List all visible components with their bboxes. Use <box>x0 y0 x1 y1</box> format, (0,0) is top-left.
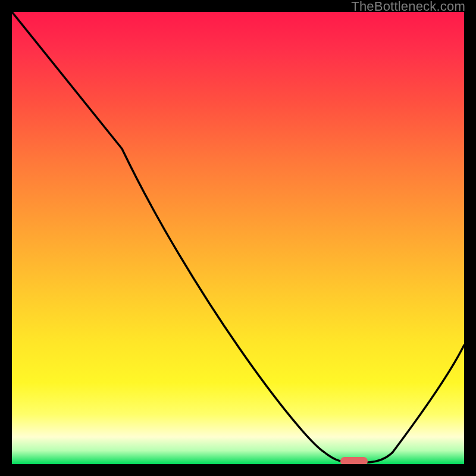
chart-container: TheBottleneck.com <box>0 0 476 476</box>
bottleneck-curve <box>12 12 464 462</box>
chart-svg <box>12 12 464 464</box>
optimal-marker <box>340 457 368 464</box>
plot-area <box>12 12 464 464</box>
